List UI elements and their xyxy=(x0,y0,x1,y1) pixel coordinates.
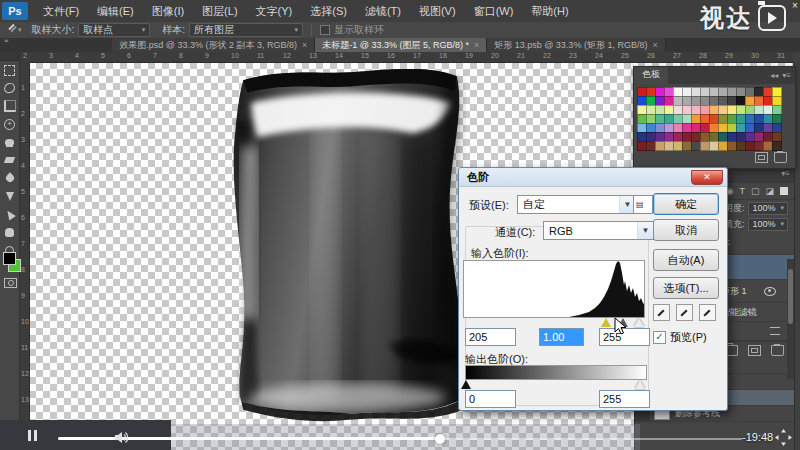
tool-preset-arrow-icon[interactable]: ▾ xyxy=(18,26,22,34)
tools-panel: + xyxy=(0,52,20,450)
ruler-number: 12 xyxy=(21,370,29,377)
gray-point-eyedropper-icon[interactable] xyxy=(676,304,693,321)
input-white-slider[interactable] xyxy=(634,318,644,327)
dialog-title-bar[interactable]: 色阶 ✕ xyxy=(459,168,727,187)
tool-crop[interactable] xyxy=(0,97,19,115)
panel-collapse-icon[interactable]: ❝ xyxy=(0,38,12,52)
swatches-tab[interactable]: 色板 xyxy=(634,67,668,84)
progress-scrubber-handle[interactable] xyxy=(435,434,445,444)
auto-button[interactable]: 自动(A) xyxy=(653,249,719,271)
filter-type-icon[interactable]: T xyxy=(739,186,745,196)
volume-icon[interactable] xyxy=(114,431,129,444)
close-icon[interactable]: × xyxy=(302,40,307,50)
close-icon[interactable]: × xyxy=(474,40,479,50)
tab-document-1[interactable]: 效果图.psd @ 33.3% (形状 2 副本 3, RGB/8) × xyxy=(112,38,315,52)
dialog-close-button[interactable]: ✕ xyxy=(691,170,723,185)
menu-filter[interactable]: 滤镜(T) xyxy=(356,0,410,22)
tool-path-select[interactable] xyxy=(0,205,19,223)
ruler-number: 4 xyxy=(75,52,79,59)
tool-eraser[interactable] xyxy=(0,151,19,169)
tool-blur[interactable] xyxy=(0,169,19,187)
menu-edit[interactable]: 编辑(E) xyxy=(88,0,143,22)
ruler-number: 10 xyxy=(231,52,239,59)
preset-options-button[interactable]: ▤ xyxy=(633,195,653,214)
drag-move-icon[interactable] xyxy=(775,429,792,446)
ruler-number: 7 xyxy=(21,240,25,247)
output-white-slider[interactable] xyxy=(635,380,645,389)
delete-layer-icon[interactable] xyxy=(771,345,784,356)
preset-dropdown[interactable]: 自定 ▼ xyxy=(517,195,636,214)
chevron-down-icon: ▾ xyxy=(780,204,784,212)
collapse-panel-icon[interactable]: ◂◂ xyxy=(770,71,778,80)
menu-view[interactable]: 视图(V) xyxy=(410,0,465,22)
tool-pen[interactable] xyxy=(0,187,19,205)
new-swatch-icon[interactable] xyxy=(755,152,768,163)
pen-icon xyxy=(6,192,14,201)
filter-shape-icon[interactable]: ▢ xyxy=(751,186,760,196)
new-layer-icon[interactable] xyxy=(748,345,761,356)
color-swatch[interactable] xyxy=(772,141,782,151)
watermark-brand-text: 视达 xyxy=(700,2,752,34)
chevron-down-icon: ▾ xyxy=(142,24,146,36)
tab-document-2-active[interactable]: 未标题-1 @ 33.3% (图层 5, RGB/8) * × xyxy=(315,38,487,52)
tool-healing-brush[interactable]: + xyxy=(0,115,19,133)
filter-toggle-icon[interactable] xyxy=(780,187,788,195)
tool-rectangular-marquee[interactable] xyxy=(0,61,19,79)
tab-document-3[interactable]: 矩形 13.psb @ 33.3% (矩形 1, RGB/8) × xyxy=(487,38,665,52)
sample-size-dropdown[interactable]: 取样点 ▾ xyxy=(78,23,150,37)
progress-bar-remaining[interactable] xyxy=(440,438,742,440)
opacity-value-dropdown[interactable]: 100% ▾ xyxy=(748,202,788,215)
ok-button[interactable]: 确定 xyxy=(653,193,719,215)
input-gamma-field[interactable]: 1.00 xyxy=(539,328,584,346)
eye-icon[interactable] xyxy=(764,287,776,296)
ruler-number: 15 xyxy=(361,52,369,59)
output-black-slider[interactable] xyxy=(461,380,471,389)
output-white-field[interactable]: 255 xyxy=(599,390,650,408)
menu-type[interactable]: 文字(Y) xyxy=(247,0,302,22)
fill-value-dropdown[interactable]: 100% ▾ xyxy=(748,218,788,231)
delete-swatch-icon[interactable] xyxy=(774,152,787,163)
ruler-number: 2 xyxy=(23,52,27,59)
ruler-number: 1 xyxy=(21,84,25,91)
preview-checkbox[interactable]: ✓ xyxy=(653,331,666,344)
preset-label: 预设(E): xyxy=(469,198,509,213)
menu-help[interactable]: 帮助(H) xyxy=(522,0,577,22)
white-point-eyedropper-icon[interactable] xyxy=(699,304,716,321)
foreground-color-swatch[interactable] xyxy=(3,252,16,265)
quick-mask-icon[interactable] xyxy=(4,278,17,288)
show-sampling-ring-checkbox[interactable] xyxy=(320,25,330,35)
watermark-close-icon[interactable]: × xyxy=(792,0,798,11)
filter-smart-icon[interactable]: ◪ xyxy=(765,186,774,196)
menu-image[interactable]: 图像(I) xyxy=(143,0,193,22)
panel-scrollbar[interactable] xyxy=(787,259,794,379)
swatch-grid xyxy=(634,84,795,152)
channel-dropdown[interactable]: RGB ▼ xyxy=(543,221,654,240)
menu-file[interactable]: 文件(F) xyxy=(34,0,88,22)
separator xyxy=(311,24,312,36)
tool-hand[interactable] xyxy=(0,223,19,241)
cancel-button[interactable]: 取消 xyxy=(653,219,719,241)
filter-toggle-icon[interactable] xyxy=(770,327,780,335)
scrollbar-thumb[interactable] xyxy=(788,269,793,324)
ruler-number: 5 xyxy=(101,52,105,59)
menu-layer[interactable]: 图层(L) xyxy=(193,0,246,22)
menu-select[interactable]: 选择(S) xyxy=(301,0,356,22)
marquee-icon xyxy=(4,65,15,76)
close-icon[interactable]: × xyxy=(652,40,657,50)
vertical-ruler: 1234567891011121314 xyxy=(19,62,30,450)
input-black-field[interactable]: 205 xyxy=(465,328,516,346)
ruler-number: 17 xyxy=(413,52,421,59)
input-black-slider[interactable] xyxy=(601,318,611,327)
menu-window[interactable]: 窗口(W) xyxy=(465,0,523,22)
output-black-field[interactable]: 0 xyxy=(465,390,516,408)
ruler-number: 18 xyxy=(439,52,447,59)
panel-menu-icon[interactable]: ▾≡ xyxy=(782,71,791,80)
toolbar-grip[interactable] xyxy=(0,52,19,61)
panel-menu-icon[interactable]: ▾≡ xyxy=(781,169,794,183)
black-point-eyedropper-icon[interactable] xyxy=(653,304,670,321)
options-button[interactable]: 选项(T)... xyxy=(653,277,719,299)
pause-button[interactable] xyxy=(28,430,37,441)
sample-dropdown[interactable]: 所有图层 ▾ xyxy=(189,23,303,37)
tool-clone-stamp[interactable] xyxy=(0,133,19,151)
tool-lasso[interactable] xyxy=(0,79,19,97)
